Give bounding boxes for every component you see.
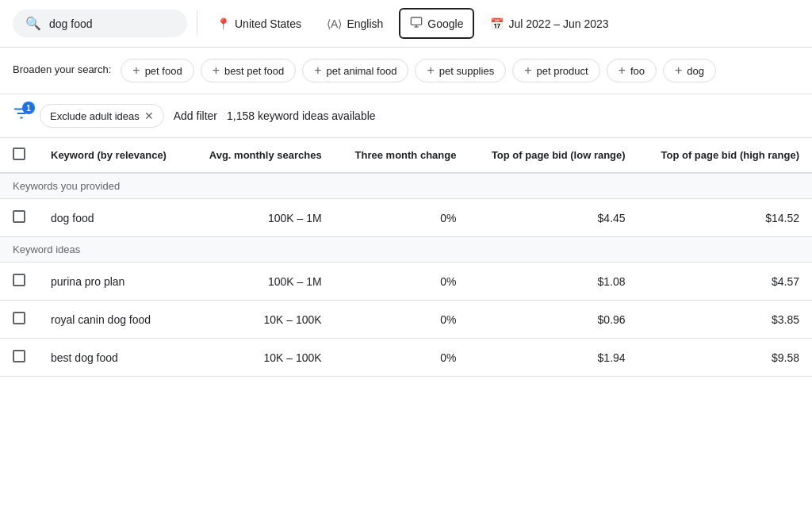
calendar-icon: 📅 <box>490 17 504 30</box>
row-checkbox[interactable] <box>13 210 25 223</box>
plus-icon: + <box>524 64 531 77</box>
table-row: purina pro plan 100K – 1M 0% $1.08 $4.57 <box>0 263 812 301</box>
broaden-section: Broaden your search: + pet food + best p… <box>0 48 812 94</box>
three-month-cell: 0% <box>335 301 469 339</box>
row-checkbox[interactable] <box>13 274 25 286</box>
select-all-header[interactable] <box>0 138 38 173</box>
platform-selector[interactable]: Google <box>399 8 474 39</box>
filter-badge: 1 <box>22 102 35 114</box>
platform-label: Google <box>427 17 463 30</box>
platform-icon <box>410 16 423 31</box>
filter-button[interactable]: 1 <box>13 105 30 127</box>
keyword-cell: best dog food <box>38 339 188 377</box>
col-three-month: Three month change <box>335 138 469 173</box>
section-label: Keywords you provided <box>0 173 812 199</box>
chip-best-pet-food[interactable]: + best pet food <box>201 59 297 82</box>
divider <box>197 11 197 36</box>
table-row: best dog food 10K – 100K 0% $1.94 $9.58 <box>0 339 812 377</box>
chip-pet-product[interactable]: + pet product <box>512 59 599 82</box>
table-row: royal canin dog food 10K – 100K 0% $0.96… <box>0 301 812 339</box>
chip-dog[interactable]: + dog <box>663 59 716 82</box>
three-month-cell: 0% <box>335 263 469 301</box>
avg-monthly-cell: 10K – 100K <box>188 301 335 339</box>
chip-label: pet animal food <box>327 65 397 77</box>
chip-label: pet product <box>536 65 588 77</box>
location-icon: 📍 <box>216 17 230 30</box>
location-selector[interactable]: 📍 United States <box>207 11 311 36</box>
bid-high-cell: $3.85 <box>638 301 812 339</box>
keyword-cell: dog food <box>38 199 188 237</box>
chip-label: dog <box>687 65 704 77</box>
search-icon: 🔍 <box>25 16 41 31</box>
bid-low-cell: $0.96 <box>469 301 638 339</box>
col-bid-low: Top of page bid (low range) <box>469 138 638 173</box>
language-icon: ⟨A⟩ <box>327 17 342 30</box>
avg-monthly-cell: 100K – 1M <box>188 199 335 237</box>
chip-label: pet food <box>145 65 182 77</box>
chip-label: best pet food <box>224 65 284 77</box>
exclude-adult-label: Exclude adult ideas <box>50 110 140 122</box>
svg-rect-0 <box>412 17 422 25</box>
three-month-cell: 0% <box>335 339 469 377</box>
location-label: United States <box>235 17 301 30</box>
plus-icon: + <box>314 64 321 77</box>
search-input[interactable] <box>49 17 160 30</box>
plus-icon: + <box>427 64 434 77</box>
date-range-selector[interactable]: 📅 Jul 2022 – Jun 2023 <box>481 11 618 36</box>
row-checkbox-cell[interactable] <box>0 301 38 339</box>
bid-high-cell: $9.58 <box>638 339 812 377</box>
bid-low-cell: $4.45 <box>469 199 638 237</box>
avg-monthly-cell: 100K – 1M <box>188 263 335 301</box>
col-bid-high: Top of page bid (high range) <box>638 138 812 173</box>
keyword-table: Keyword (by relevance) Avg. monthly sear… <box>0 138 812 377</box>
bid-high-cell: $14.52 <box>638 199 812 237</box>
bid-low-cell: $1.08 <box>469 263 638 301</box>
row-checkbox[interactable] <box>13 350 25 362</box>
chip-pet-animal-food[interactable]: + pet animal food <box>302 59 408 82</box>
plus-icon: + <box>619 64 626 77</box>
bid-high-cell: $4.57 <box>638 263 812 301</box>
three-month-cell: 0% <box>335 199 469 237</box>
close-icon[interactable]: ✕ <box>144 109 154 122</box>
row-checkbox[interactable] <box>13 312 25 324</box>
plus-icon: + <box>213 64 220 77</box>
col-keyword: Keyword (by relevance) <box>38 138 188 173</box>
section-label: Keyword ideas <box>0 237 812 263</box>
broaden-label: Broaden your search: <box>13 59 111 75</box>
top-bar: 🔍 📍 United States ⟨A⟩ English Google 📅 J… <box>0 0 812 48</box>
exclude-adult-chip[interactable]: Exclude adult ideas ✕ <box>40 104 164 128</box>
row-checkbox-cell[interactable] <box>0 263 38 301</box>
table-row: dog food 100K – 1M 0% $4.45 $14.52 <box>0 199 812 237</box>
keyword-cell: royal canin dog food <box>38 301 188 339</box>
keyword-count: 1,158 keyword ideas available <box>227 109 376 122</box>
add-filter-button[interactable]: Add filter <box>174 109 217 122</box>
date-range-label: Jul 2022 – Jun 2023 <box>508 17 608 30</box>
search-box[interactable]: 🔍 <box>13 10 187 37</box>
plus-icon: + <box>132 64 140 77</box>
broaden-chips: + pet food + best pet food + pet animal … <box>121 59 716 82</box>
plus-icon: + <box>675 64 682 77</box>
language-selector[interactable]: ⟨A⟩ English <box>317 11 393 36</box>
chip-pet-food[interactable]: + pet food <box>121 59 193 82</box>
language-label: English <box>347 17 383 30</box>
section-header-ideas: Keyword ideas <box>0 237 812 263</box>
chip-foo[interactable]: + foo <box>607 59 657 82</box>
keyword-cell: purina pro plan <box>38 263 188 301</box>
chip-label: pet supplies <box>439 65 494 77</box>
avg-monthly-cell: 10K – 100K <box>188 339 335 377</box>
section-header-provided: Keywords you provided <box>0 173 812 199</box>
row-checkbox-cell[interactable] <box>0 199 38 237</box>
chip-label: foo <box>630 65 645 77</box>
col-avg-monthly: Avg. monthly searches <box>188 138 335 173</box>
row-checkbox-cell[interactable] <box>0 339 38 377</box>
bid-low-cell: $1.94 <box>469 339 638 377</box>
filter-bar: 1 Exclude adult ideas ✕ Add filter 1,158… <box>0 94 812 138</box>
chip-pet-supplies[interactable]: + pet supplies <box>415 59 506 82</box>
select-all-checkbox[interactable] <box>13 148 25 160</box>
